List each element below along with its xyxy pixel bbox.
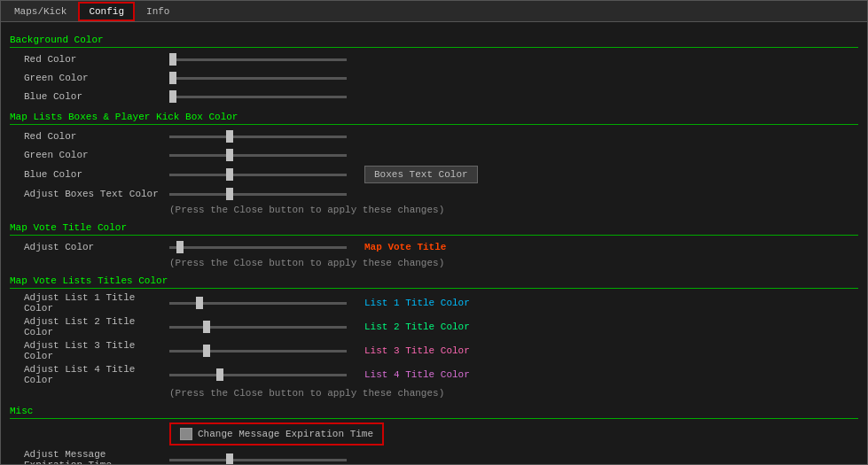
change-expiration-label: Change Message Expiration Time [198, 429, 373, 439]
list4-label: Adjust List 4 Title Color [10, 364, 169, 385]
list2-row: Adjust List 2 Title Color List 2 Title C… [10, 316, 858, 337]
bg-red-row: Red Color [10, 51, 858, 67]
map-vote-title-header: Map Vote Title Color [10, 222, 858, 236]
list4-slider[interactable] [169, 374, 347, 376]
bg-green-row: Green Color [10, 70, 858, 86]
list2-slider[interactable] [169, 326, 347, 329]
boxes-green-row: Green Color [10, 147, 858, 163]
boxes-green-label: Green Color [10, 150, 169, 160]
bg-red-label: Red Color [10, 54, 169, 65]
map-vote-title-preview: Map Vote Title [364, 242, 446, 252]
map-vote-title-slider[interactable] [169, 246, 347, 249]
map-vote-title-press-close: (Press the Close button to apply these c… [10, 258, 858, 268]
list3-label: Adjust List 3 Title Color [10, 340, 169, 361]
bg-blue-label: Blue Color [10, 91, 169, 102]
list1-title-text: List 1 Title Color [364, 298, 470, 308]
bg-blue-row: Blue Color [10, 89, 858, 105]
list4-row: Adjust List 4 Title Color List 4 Title C… [10, 364, 858, 385]
map-lists-boxes-header: Map Lists Boxes & Player Kick Box Color [10, 112, 858, 125]
list3-row: Adjust List 3 Title Color List 3 Title C… [10, 340, 858, 361]
boxes-blue-label: Blue Color [10, 169, 169, 180]
list3-preview: List 3 Title Color [364, 345, 470, 356]
boxes-red-slider[interactable] [169, 136, 347, 138]
map-vote-title-label: Adjust Color [10, 242, 169, 252]
tab-config[interactable]: Config [78, 2, 135, 21]
boxes-blue-row: Blue Color Boxes Text Color [10, 166, 858, 183]
checkbox-wrapper: Change Message Expiration Time [169, 422, 384, 446]
main-content: Background Color Red Color Green Color B… [1, 22, 867, 464]
checkbox-row: Change Message Expiration Time [169, 422, 858, 446]
boxes-red-label: Red Color [10, 131, 169, 142]
change-expiration-checkbox[interactable] [180, 428, 192, 440]
list4-preview: List 4 Title Color [364, 369, 470, 380]
background-color-header: Background Color [10, 35, 858, 48]
list1-preview: List 1 Title Color [364, 298, 470, 308]
adjust-expiration-label: Adjust Message Expiration Time [10, 449, 169, 464]
list1-slider[interactable] [169, 302, 347, 305]
misc-header: Misc [10, 406, 858, 419]
title-bar: Maps/Kick Config Info [1, 1, 867, 22]
bg-green-slider[interactable] [169, 77, 347, 80]
adjust-boxes-text-row: Adjust Boxes Text Color [10, 186, 858, 202]
list2-label: Adjust List 2 Title Color [10, 316, 169, 337]
adjust-expiration-row: Adjust Message Expiration Time [10, 449, 858, 464]
boxes-press-close: (Press the Close button to apply these c… [10, 205, 858, 215]
list4-title-text: List 4 Title Color [364, 369, 470, 380]
list1-row: Adjust List 1 Title Color List 1 Title C… [10, 292, 858, 314]
bg-red-slider[interactable] [169, 58, 347, 61]
tab-info[interactable]: Info [137, 3, 179, 20]
list2-title-text: List 2 Title Color [364, 322, 470, 332]
boxes-text-color-button[interactable]: Boxes Text Color [364, 166, 478, 183]
adjust-boxes-text-label: Adjust Boxes Text Color [10, 189, 169, 199]
list-press-close: (Press the Close button to apply these c… [10, 388, 858, 399]
tab-maps-kick[interactable]: Maps/Kick [4, 3, 76, 20]
map-vote-title-row: Adjust Color Map Vote Title [10, 239, 858, 255]
main-window: Maps/Kick Config Info Background Color R… [0, 0, 868, 465]
map-vote-title-text: Map Vote Title [364, 242, 446, 252]
adjust-boxes-text-slider[interactable] [169, 193, 347, 196]
list3-title-text: List 3 Title Color [364, 345, 470, 356]
list3-slider[interactable] [169, 350, 347, 353]
map-vote-lists-header: Map Vote Lists Titles Color [10, 275, 858, 289]
bg-blue-slider[interactable] [169, 96, 347, 98]
boxes-red-row: Red Color [10, 128, 858, 144]
list2-preview: List 2 Title Color [364, 322, 470, 332]
boxes-blue-slider[interactable] [169, 174, 347, 176]
boxes-green-slider[interactable] [169, 154, 347, 157]
adjust-expiration-slider[interactable] [169, 459, 347, 461]
boxes-text-color-btn-container: Boxes Text Color [364, 166, 478, 183]
list1-label: Adjust List 1 Title Color [10, 292, 169, 314]
bg-green-label: Green Color [10, 73, 169, 83]
